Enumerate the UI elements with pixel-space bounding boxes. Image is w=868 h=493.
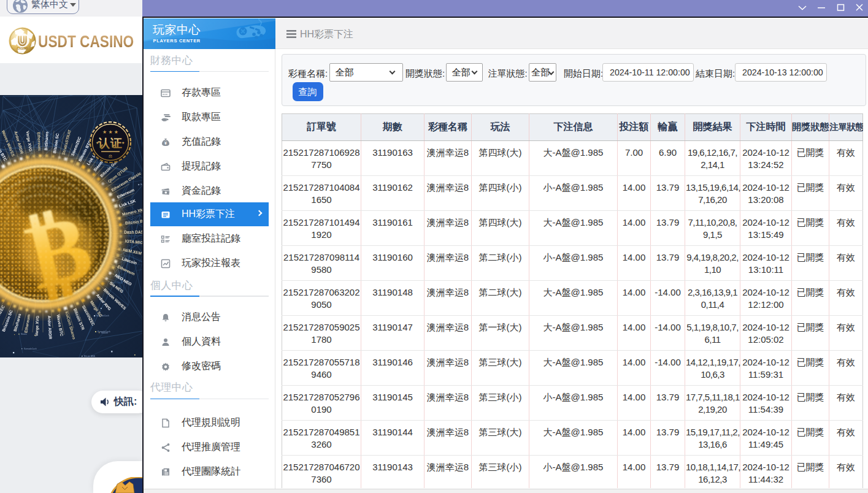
svg-text:★: ★ (121, 141, 125, 145)
svg-text:CASINO: CASINO (17, 47, 28, 50)
svg-text:Dash DASH: Dash DASH (124, 230, 142, 234)
svg-text:★ ★ ★: ★ ★ ★ (102, 129, 118, 135)
svg-text:★: ★ (96, 141, 99, 145)
svg-text:认证: 认证 (98, 137, 123, 150)
svg-text:KomodoCash: KomodoCash (98, 331, 110, 333)
svg-text:¥: ¥ (164, 140, 167, 145)
svg-text:KomodoCash: KomodoCash (24, 348, 37, 350)
svg-text:⚖: ⚖ (109, 154, 112, 158)
